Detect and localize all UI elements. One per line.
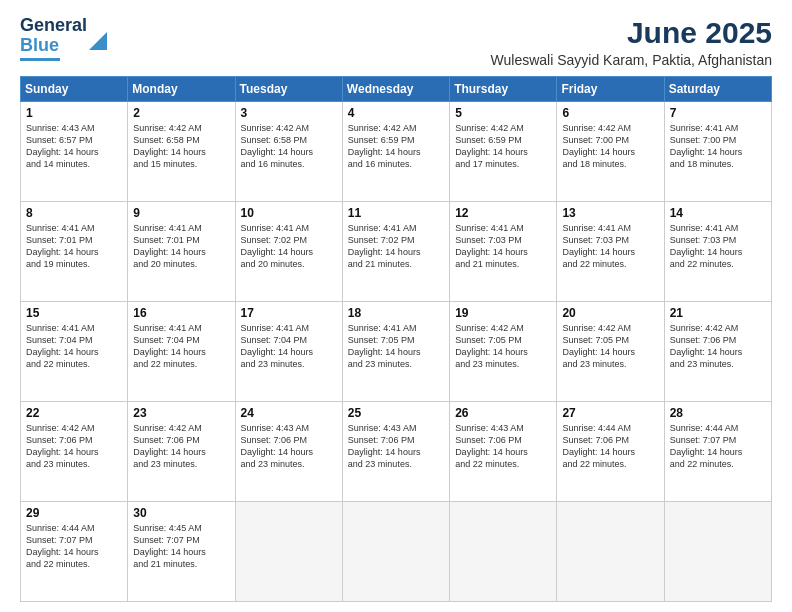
calendar-week-5: 29Sunrise: 4:44 AM Sunset: 7:07 PM Dayli… bbox=[21, 502, 772, 602]
calendar-cell: 6Sunrise: 4:42 AM Sunset: 7:00 PM Daylig… bbox=[557, 102, 664, 202]
cell-day-number: 8 bbox=[26, 206, 122, 220]
calendar-cell: 18Sunrise: 4:41 AM Sunset: 7:05 PM Dayli… bbox=[342, 302, 449, 402]
cell-info: Sunrise: 4:41 AM Sunset: 7:01 PM Dayligh… bbox=[133, 222, 229, 271]
cell-info: Sunrise: 4:41 AM Sunset: 7:04 PM Dayligh… bbox=[241, 322, 337, 371]
cell-info: Sunrise: 4:42 AM Sunset: 6:59 PM Dayligh… bbox=[348, 122, 444, 171]
cell-info: Sunrise: 4:41 AM Sunset: 7:03 PM Dayligh… bbox=[670, 222, 766, 271]
cell-day-number: 13 bbox=[562, 206, 658, 220]
cell-day-number: 17 bbox=[241, 306, 337, 320]
calendar-week-1: 1Sunrise: 4:43 AM Sunset: 6:57 PM Daylig… bbox=[21, 102, 772, 202]
calendar-header-sunday: Sunday bbox=[21, 77, 128, 102]
cell-day-number: 23 bbox=[133, 406, 229, 420]
cell-info: Sunrise: 4:42 AM Sunset: 7:05 PM Dayligh… bbox=[455, 322, 551, 371]
calendar-cell: 4Sunrise: 4:42 AM Sunset: 6:59 PM Daylig… bbox=[342, 102, 449, 202]
cell-day-number: 15 bbox=[26, 306, 122, 320]
cell-info: Sunrise: 4:42 AM Sunset: 6:59 PM Dayligh… bbox=[455, 122, 551, 171]
calendar-cell bbox=[557, 502, 664, 602]
cell-info: Sunrise: 4:41 AM Sunset: 7:02 PM Dayligh… bbox=[241, 222, 337, 271]
cell-info: Sunrise: 4:41 AM Sunset: 7:05 PM Dayligh… bbox=[348, 322, 444, 371]
calendar-cell: 19Sunrise: 4:42 AM Sunset: 7:05 PM Dayli… bbox=[450, 302, 557, 402]
calendar-cell: 23Sunrise: 4:42 AM Sunset: 7:06 PM Dayli… bbox=[128, 402, 235, 502]
calendar-cell: 29Sunrise: 4:44 AM Sunset: 7:07 PM Dayli… bbox=[21, 502, 128, 602]
calendar-header-monday: Monday bbox=[128, 77, 235, 102]
calendar-header-row: SundayMondayTuesdayWednesdayThursdayFrid… bbox=[21, 77, 772, 102]
subtitle: Wuleswali Sayyid Karam, Paktia, Afghanis… bbox=[491, 52, 772, 68]
page: GeneralBlue June 2025 Wuleswali Sayyid K… bbox=[0, 0, 792, 612]
header: GeneralBlue June 2025 Wuleswali Sayyid K… bbox=[20, 16, 772, 68]
cell-day-number: 25 bbox=[348, 406, 444, 420]
cell-info: Sunrise: 4:45 AM Sunset: 7:07 PM Dayligh… bbox=[133, 522, 229, 571]
cell-info: Sunrise: 4:44 AM Sunset: 7:06 PM Dayligh… bbox=[562, 422, 658, 471]
calendar-header-saturday: Saturday bbox=[664, 77, 771, 102]
cell-day-number: 6 bbox=[562, 106, 658, 120]
cell-info: Sunrise: 4:41 AM Sunset: 7:03 PM Dayligh… bbox=[562, 222, 658, 271]
calendar-week-4: 22Sunrise: 4:42 AM Sunset: 7:06 PM Dayli… bbox=[21, 402, 772, 502]
cell-info: Sunrise: 4:42 AM Sunset: 6:58 PM Dayligh… bbox=[133, 122, 229, 171]
calendar-cell: 17Sunrise: 4:41 AM Sunset: 7:04 PM Dayli… bbox=[235, 302, 342, 402]
calendar-cell: 25Sunrise: 4:43 AM Sunset: 7:06 PM Dayli… bbox=[342, 402, 449, 502]
main-title: June 2025 bbox=[491, 16, 772, 50]
cell-info: Sunrise: 4:41 AM Sunset: 7:00 PM Dayligh… bbox=[670, 122, 766, 171]
cell-day-number: 12 bbox=[455, 206, 551, 220]
cell-day-number: 3 bbox=[241, 106, 337, 120]
cell-info: Sunrise: 4:41 AM Sunset: 7:03 PM Dayligh… bbox=[455, 222, 551, 271]
calendar-cell bbox=[235, 502, 342, 602]
cell-day-number: 14 bbox=[670, 206, 766, 220]
cell-day-number: 11 bbox=[348, 206, 444, 220]
calendar-cell: 26Sunrise: 4:43 AM Sunset: 7:06 PM Dayli… bbox=[450, 402, 557, 502]
cell-day-number: 18 bbox=[348, 306, 444, 320]
calendar-header-wednesday: Wednesday bbox=[342, 77, 449, 102]
calendar-cell: 21Sunrise: 4:42 AM Sunset: 7:06 PM Dayli… bbox=[664, 302, 771, 402]
calendar-header-friday: Friday bbox=[557, 77, 664, 102]
calendar-cell: 22Sunrise: 4:42 AM Sunset: 7:06 PM Dayli… bbox=[21, 402, 128, 502]
cell-info: Sunrise: 4:42 AM Sunset: 7:06 PM Dayligh… bbox=[133, 422, 229, 471]
calendar-header-tuesday: Tuesday bbox=[235, 77, 342, 102]
cell-info: Sunrise: 4:43 AM Sunset: 7:06 PM Dayligh… bbox=[348, 422, 444, 471]
calendar-cell: 2Sunrise: 4:42 AM Sunset: 6:58 PM Daylig… bbox=[128, 102, 235, 202]
cell-info: Sunrise: 4:41 AM Sunset: 7:04 PM Dayligh… bbox=[133, 322, 229, 371]
cell-day-number: 9 bbox=[133, 206, 229, 220]
cell-day-number: 20 bbox=[562, 306, 658, 320]
calendar-cell bbox=[664, 502, 771, 602]
calendar-cell: 16Sunrise: 4:41 AM Sunset: 7:04 PM Dayli… bbox=[128, 302, 235, 402]
cell-info: Sunrise: 4:43 AM Sunset: 7:06 PM Dayligh… bbox=[455, 422, 551, 471]
cell-info: Sunrise: 4:41 AM Sunset: 7:04 PM Dayligh… bbox=[26, 322, 122, 371]
calendar-cell: 13Sunrise: 4:41 AM Sunset: 7:03 PM Dayli… bbox=[557, 202, 664, 302]
svg-marker-0 bbox=[89, 32, 107, 50]
cell-day-number: 5 bbox=[455, 106, 551, 120]
cell-info: Sunrise: 4:44 AM Sunset: 7:07 PM Dayligh… bbox=[26, 522, 122, 571]
calendar-cell: 27Sunrise: 4:44 AM Sunset: 7:06 PM Dayli… bbox=[557, 402, 664, 502]
calendar-cell: 30Sunrise: 4:45 AM Sunset: 7:07 PM Dayli… bbox=[128, 502, 235, 602]
calendar-cell: 3Sunrise: 4:42 AM Sunset: 6:58 PM Daylig… bbox=[235, 102, 342, 202]
calendar-cell: 24Sunrise: 4:43 AM Sunset: 7:06 PM Dayli… bbox=[235, 402, 342, 502]
calendar-table: SundayMondayTuesdayWednesdayThursdayFrid… bbox=[20, 76, 772, 602]
cell-day-number: 7 bbox=[670, 106, 766, 120]
calendar-cell: 14Sunrise: 4:41 AM Sunset: 7:03 PM Dayli… bbox=[664, 202, 771, 302]
calendar-cell bbox=[450, 502, 557, 602]
calendar-header-thursday: Thursday bbox=[450, 77, 557, 102]
cell-info: Sunrise: 4:41 AM Sunset: 7:01 PM Dayligh… bbox=[26, 222, 122, 271]
calendar-cell: 10Sunrise: 4:41 AM Sunset: 7:02 PM Dayli… bbox=[235, 202, 342, 302]
cell-day-number: 28 bbox=[670, 406, 766, 420]
cell-day-number: 27 bbox=[562, 406, 658, 420]
cell-info: Sunrise: 4:42 AM Sunset: 7:00 PM Dayligh… bbox=[562, 122, 658, 171]
logo: GeneralBlue bbox=[20, 16, 107, 61]
cell-day-number: 29 bbox=[26, 506, 122, 520]
cell-day-number: 26 bbox=[455, 406, 551, 420]
calendar-cell: 7Sunrise: 4:41 AM Sunset: 7:00 PM Daylig… bbox=[664, 102, 771, 202]
cell-day-number: 19 bbox=[455, 306, 551, 320]
calendar-week-2: 8Sunrise: 4:41 AM Sunset: 7:01 PM Daylig… bbox=[21, 202, 772, 302]
cell-day-number: 2 bbox=[133, 106, 229, 120]
calendar-cell: 20Sunrise: 4:42 AM Sunset: 7:05 PM Dayli… bbox=[557, 302, 664, 402]
calendar-cell bbox=[342, 502, 449, 602]
cell-day-number: 22 bbox=[26, 406, 122, 420]
cell-info: Sunrise: 4:43 AM Sunset: 7:06 PM Dayligh… bbox=[241, 422, 337, 471]
calendar-cell: 1Sunrise: 4:43 AM Sunset: 6:57 PM Daylig… bbox=[21, 102, 128, 202]
cell-info: Sunrise: 4:42 AM Sunset: 7:06 PM Dayligh… bbox=[26, 422, 122, 471]
cell-info: Sunrise: 4:42 AM Sunset: 7:05 PM Dayligh… bbox=[562, 322, 658, 371]
logo-text: GeneralBlue bbox=[20, 15, 87, 55]
calendar-cell: 9Sunrise: 4:41 AM Sunset: 7:01 PM Daylig… bbox=[128, 202, 235, 302]
cell-day-number: 16 bbox=[133, 306, 229, 320]
calendar-cell: 5Sunrise: 4:42 AM Sunset: 6:59 PM Daylig… bbox=[450, 102, 557, 202]
logo-icon bbox=[89, 32, 107, 50]
